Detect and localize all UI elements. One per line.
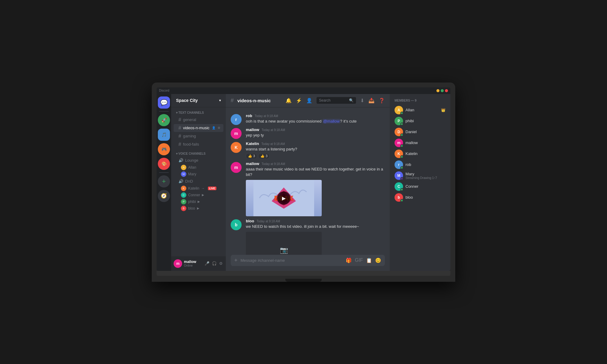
rob-member-name: rob bbox=[405, 162, 446, 167]
message-bloo: b bloo Today at 9:18 AM we NEED to watch… bbox=[226, 217, 390, 254]
channel-item-dnd[interactable]: 🔊 DnD bbox=[174, 178, 223, 185]
reaction-thumbsup-2[interactable]: 👍 3 bbox=[258, 153, 270, 159]
phibi-member-avatar: P bbox=[395, 117, 403, 125]
server-icon-3[interactable]: 🎮 bbox=[158, 143, 170, 155]
minimize-btn[interactable]: — bbox=[436, 89, 439, 92]
mary-streaming-status: Streaming Drawing 1↑7 bbox=[405, 176, 446, 180]
discord-app: 💬 🚀 🎵 🎮 🎨 + 🧭 Space City ▾ bbox=[157, 94, 450, 271]
voice-user-bloo[interactable]: B bloo ▶ bbox=[178, 205, 226, 212]
reaction-thumbsup-1[interactable]: 👍 3 bbox=[246, 153, 257, 159]
video-embed-beak[interactable]: BEAK ▶ bbox=[246, 180, 322, 216]
server-icon-4[interactable]: 🎨 bbox=[158, 158, 170, 170]
channel-item-food-fails[interactable]: # food-fails bbox=[174, 140, 223, 148]
member-allan[interactable]: A Allan 👑 bbox=[392, 105, 448, 116]
mallow-message-2-content: mallow Today at 9:18 AM aaaa their new m… bbox=[246, 161, 385, 216]
mallow-member-name: mallow bbox=[405, 140, 446, 145]
member-katelin[interactable]: K Katelin bbox=[392, 148, 448, 159]
mary-avatar: M bbox=[181, 171, 186, 177]
chat-header: # videos-n-music 🔔 ⚡ 👤 🔍 ⬇ 📥 ❓ bbox=[226, 94, 390, 107]
sticker-button[interactable]: 📋 bbox=[366, 258, 372, 263]
dnd-users: K Katelin → LIVE C Conner ▶ P phibi bbox=[171, 185, 226, 212]
text-channels-header[interactable]: ▾ Text Channels bbox=[171, 110, 226, 116]
members-icon[interactable]: 👤 bbox=[306, 98, 312, 103]
laptop-bottom bbox=[157, 271, 450, 276]
channel-name-lounge: Lounge bbox=[185, 158, 221, 163]
stream-icon-bloo: ▶ bbox=[197, 207, 199, 210]
voice-user-name-katelin: Katelin bbox=[188, 186, 199, 190]
deafen-button[interactable]: 🎧 bbox=[211, 261, 217, 266]
channel-item-general[interactable]: # general bbox=[174, 116, 223, 124]
phibi-voice-avatar: P bbox=[181, 199, 186, 204]
mary-member-avatar: M bbox=[395, 171, 403, 180]
add-member-icon[interactable]: 👤 bbox=[212, 126, 216, 130]
close-btn[interactable]: ✕ bbox=[445, 89, 448, 92]
channel-item-gaming[interactable]: # gaming bbox=[174, 132, 223, 140]
katelin-member-avatar: K bbox=[395, 150, 403, 158]
server-header[interactable]: Space City ▾ bbox=[171, 94, 226, 107]
message-input[interactable] bbox=[241, 258, 343, 263]
inbox-icon[interactable]: 📥 bbox=[368, 98, 375, 103]
voice-user-conner[interactable]: C Conner ▶ bbox=[178, 192, 226, 198]
message-mallow-1: m mallow Today at 9:18 AM yep yep ty bbox=[226, 126, 390, 140]
voice-user-allan[interactable]: A Allan bbox=[178, 164, 226, 171]
server-sidebar: 💬 🚀 🎵 🎮 🎨 + 🧭 bbox=[157, 94, 171, 271]
mallow-2-text: aaaa their new music video is out we NEE… bbox=[246, 167, 385, 177]
help-icon[interactable]: ❓ bbox=[379, 98, 385, 103]
download-icon[interactable]: ⬇ bbox=[360, 98, 364, 103]
voice-user-mary[interactable]: M Mary bbox=[178, 171, 226, 177]
member-bloo[interactable]: b bloo bbox=[392, 192, 448, 203]
server-icon-home[interactable]: 💬 bbox=[158, 96, 170, 109]
channel-item-lounge[interactable]: 🔊 Lounge bbox=[174, 157, 223, 164]
voice-channels-header[interactable]: ▾ Voice Channels bbox=[171, 151, 226, 157]
messages-area: r rob Today at 9:18 AM ooh is that a new… bbox=[226, 107, 390, 255]
katelin-header: Katelin Today at 9:18 AM bbox=[246, 141, 385, 146]
member-mary[interactable]: M Mary Streaming Drawing 1↑7 bbox=[392, 170, 448, 181]
search-input[interactable] bbox=[319, 98, 347, 103]
katelin-text: wanna start a listening party? bbox=[246, 147, 385, 152]
channel-item-videos-n-music[interactable]: # videos-n-music 👤 ⚙ bbox=[174, 124, 223, 132]
explore-servers-button[interactable]: 🧭 bbox=[158, 190, 170, 202]
bell-icon[interactable]: 🔔 bbox=[286, 98, 292, 103]
bloo-member-avatar: b bbox=[395, 193, 403, 202]
server-icon-1[interactable]: 🚀 bbox=[158, 114, 170, 126]
add-server-button[interactable]: + bbox=[158, 175, 170, 187]
search-box[interactable]: 🔍 bbox=[317, 97, 356, 104]
rob-author: rob bbox=[246, 113, 252, 118]
settings-icon[interactable]: ⚙ bbox=[217, 126, 221, 130]
voice-user-name-phibi: phibi bbox=[188, 200, 196, 204]
window-controls: — □ ✕ bbox=[436, 89, 448, 92]
hash-icon-2: # bbox=[178, 125, 181, 131]
members-header: Members — 9 bbox=[392, 99, 448, 102]
maximize-btn[interactable]: □ bbox=[441, 89, 444, 92]
gif-button[interactable]: GIF bbox=[355, 258, 363, 263]
video-thumbnail: BEAK ▶ bbox=[246, 180, 322, 216]
member-rob[interactable]: r rob bbox=[392, 159, 448, 170]
server-divider bbox=[159, 111, 169, 112]
member-phibi[interactable]: P phibi bbox=[392, 116, 448, 126]
member-conner[interactable]: C Conner bbox=[392, 181, 448, 192]
chat-input-box: + 🎁 GIF 📋 😊 bbox=[231, 255, 385, 266]
bloo-voice-avatar: B bbox=[181, 206, 186, 211]
katelin-member-name: Katelin bbox=[405, 151, 446, 156]
katelin-msg-avatar: K bbox=[231, 142, 242, 153]
mute-button[interactable]: 🎤 bbox=[204, 261, 210, 266]
pin-icon[interactable]: ⚡ bbox=[296, 98, 302, 103]
voice-user-katelin[interactable]: K Katelin → LIVE bbox=[178, 185, 226, 192]
server-icon-2[interactable]: 🎵 bbox=[158, 129, 170, 141]
rob-member-avatar: r bbox=[395, 160, 403, 169]
member-daniel[interactable]: D Daniel bbox=[392, 126, 448, 137]
rob-message-content: rob Today at 9:18 AM ooh is that a new a… bbox=[246, 113, 385, 124]
member-mallow[interactable]: m mallow bbox=[392, 137, 448, 148]
emoji-button[interactable]: 😊 bbox=[375, 258, 381, 263]
katelin-author: Katelin bbox=[246, 141, 259, 146]
mallow-author-1: mallow bbox=[246, 127, 259, 132]
voice-user-phibi[interactable]: P phibi ▶ bbox=[178, 198, 226, 205]
conner-member-name: Conner bbox=[405, 184, 446, 189]
play-button[interactable]: ▶ bbox=[277, 191, 290, 205]
mention-mallow[interactable]: @mallow bbox=[323, 119, 340, 123]
hash-icon-4: # bbox=[178, 142, 181, 147]
gift-button[interactable]: 🎁 bbox=[346, 258, 352, 263]
stream-icon-conner: ▶ bbox=[202, 193, 204, 197]
settings-button[interactable]: ⚙ bbox=[219, 261, 223, 266]
attach-button[interactable]: + bbox=[234, 257, 238, 264]
